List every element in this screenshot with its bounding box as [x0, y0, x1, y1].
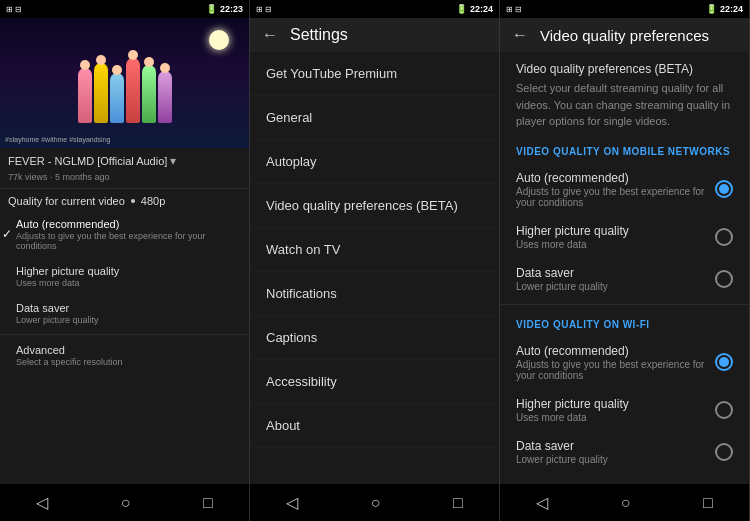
wifi-higher-title: Higher picture quality: [516, 397, 707, 411]
back-nav-icon-1[interactable]: ◁: [36, 493, 48, 512]
signal-icon-2: ⊞ ⊟: [256, 5, 272, 14]
status-time-2: 22:24: [470, 4, 493, 14]
settings-header: ← Settings: [250, 18, 499, 52]
figure-6: [158, 71, 172, 123]
video-thumbnail: #stayhome #withme #stayandsing: [0, 18, 249, 148]
quality-option-advanced[interactable]: Advanced Select a specific resolution: [0, 337, 249, 374]
dropdown-arrow[interactable]: ▾: [170, 154, 176, 168]
mobile-auto-title: Auto (recommended): [516, 171, 707, 185]
wifi-datasaver-radio[interactable]: [715, 443, 733, 461]
vqp-back-arrow[interactable]: ←: [512, 26, 528, 44]
mobile-datasaver-title: Data saver: [516, 266, 707, 280]
home-nav-icon-3[interactable]: ○: [621, 494, 631, 512]
mobile-datasaver-radio[interactable]: [715, 270, 733, 288]
quality-option-auto-title: Auto (recommended): [16, 218, 241, 230]
wifi-auto-radio[interactable]: [715, 353, 733, 371]
wifi-higher-option[interactable]: Higher picture quality Uses more data: [500, 389, 749, 431]
quality-option-auto-sub: Adjusts to give you the best experience …: [16, 231, 241, 251]
recents-nav-icon-1[interactable]: □: [203, 494, 213, 512]
nav-bar-2: ◁ ○ □: [250, 483, 499, 521]
vqp-header: ← Video quality preferences: [500, 18, 749, 52]
section-divider: [500, 304, 749, 305]
mobile-auto-radio[interactable]: [715, 180, 733, 198]
status-time-3: 22:24: [720, 4, 743, 14]
vqp-beta-section: Video quality preferences (BETA) Select …: [500, 52, 749, 136]
settings-item-general[interactable]: General: [250, 96, 499, 140]
anime-scene: [0, 18, 249, 148]
settings-back-arrow[interactable]: ←: [262, 26, 278, 44]
wifi-auto-title: Auto (recommended): [516, 344, 707, 358]
quality-option-higher-sub: Uses more data: [16, 278, 241, 288]
wifi-datasaver-text: Data saver Lower picture quality: [516, 439, 707, 465]
figure-5: [142, 65, 156, 123]
mobile-higher-radio[interactable]: [715, 228, 733, 246]
anime-figures: [78, 43, 172, 123]
mobile-higher-title: Higher picture quality: [516, 224, 707, 238]
settings-item-quality[interactable]: Video quality preferences (BETA): [250, 184, 499, 228]
nav-bar-1: ◁ ○ □: [0, 483, 249, 521]
figure-1: [78, 68, 92, 123]
quality-option-higher[interactable]: Higher picture quality Uses more data: [0, 258, 249, 295]
status-bar-left-2: ⊞ ⊟: [256, 5, 272, 14]
mobile-datasaver-text: Data saver Lower picture quality: [516, 266, 707, 292]
settings-item-autoplay[interactable]: Autoplay: [250, 140, 499, 184]
battery-icon-2: 🔋: [456, 4, 467, 14]
quality-option-auto[interactable]: ✓ Auto (recommended) Adjusts to give you…: [0, 211, 249, 258]
settings-title: Settings: [290, 26, 348, 44]
signal-icon-1: ⊞ ⊟: [6, 5, 22, 14]
mobile-higher-sub: Uses more data: [516, 239, 707, 250]
recents-nav-icon-3[interactable]: □: [703, 494, 713, 512]
panel-video-quality-prefs: ⊞ ⊟ 🔋 22:24 ← Video quality preferences …: [500, 0, 750, 521]
home-nav-icon-2[interactable]: ○: [371, 494, 381, 512]
moon-decoration: [209, 30, 229, 50]
figure-2: [94, 63, 108, 123]
panel-settings: ⊞ ⊟ 🔋 22:24 ← Settings Get YouTube Premi…: [250, 0, 500, 521]
quality-option-datasaver[interactable]: Data saver Lower picture quality: [0, 295, 249, 332]
recents-nav-icon-2[interactable]: □: [453, 494, 463, 512]
mobile-datasaver-option[interactable]: Data saver Lower picture quality: [500, 258, 749, 300]
quality-header: Quality for current video 480p: [0, 189, 249, 211]
wifi-higher-radio[interactable]: [715, 401, 733, 419]
quality-option-advanced-title: Advanced: [16, 344, 241, 356]
mobile-datasaver-sub: Lower picture quality: [516, 281, 707, 292]
wifi-higher-sub: Uses more data: [516, 412, 707, 423]
wifi-auto-sub: Adjusts to give you the best experience …: [516, 359, 707, 381]
back-nav-icon-2[interactable]: ◁: [286, 493, 298, 512]
settings-item-captions[interactable]: Captions: [250, 316, 499, 360]
home-nav-icon-1[interactable]: ○: [121, 494, 131, 512]
settings-item-notifications[interactable]: Notifications: [250, 272, 499, 316]
section-heading-mobile: VIDEO QUALITY ON MOBILE NETWORKS: [500, 136, 749, 163]
video-hashtags: #stayhome #withme #stayandsing: [5, 136, 110, 143]
mobile-higher-text: Higher picture quality Uses more data: [516, 224, 707, 250]
video-title: FEVER - NGLMD [Official Audio] ▾: [8, 154, 241, 170]
settings-item-watchtv[interactable]: Watch on TV: [250, 228, 499, 272]
status-bar-2: ⊞ ⊟ 🔋 22:24: [250, 0, 499, 18]
wifi-auto-option[interactable]: Auto (recommended) Adjusts to give you t…: [500, 336, 749, 389]
settings-item-accessibility[interactable]: Accessibility: [250, 360, 499, 404]
video-info: FEVER - NGLMD [Official Audio] ▾ 77k vie…: [0, 148, 249, 189]
quality-value: 480p: [141, 195, 165, 207]
nav-bar-3: ◁ ○ □: [500, 483, 749, 521]
quality-title: Quality for current video 480p: [8, 195, 241, 207]
mobile-higher-option[interactable]: Higher picture quality Uses more data: [500, 216, 749, 258]
video-meta: 77k views · 5 months ago: [8, 172, 241, 182]
status-bar-right-3: 🔋 22:24: [706, 4, 743, 14]
vqp-title: Video quality preferences: [540, 27, 709, 44]
quality-option-advanced-sub: Select a specific resolution: [16, 357, 241, 367]
vqp-beta-label: Video quality preferences (BETA): [516, 62, 733, 76]
status-time-1: 22:23: [220, 4, 243, 14]
mobile-auto-option[interactable]: Auto (recommended) Adjusts to give you t…: [500, 163, 749, 216]
signal-icon-3: ⊞ ⊟: [506, 5, 522, 14]
back-nav-icon-3[interactable]: ◁: [536, 493, 548, 512]
wifi-datasaver-title: Data saver: [516, 439, 707, 453]
wifi-higher-text: Higher picture quality Uses more data: [516, 397, 707, 423]
panel-video-quality: ⊞ ⊟ 🔋 22:23 #stayhome #withme #stayandsi…: [0, 0, 250, 521]
status-bar-right-2: 🔋 22:24: [456, 4, 493, 14]
settings-item-premium[interactable]: Get YouTube Premium: [250, 52, 499, 96]
settings-item-about[interactable]: About: [250, 404, 499, 448]
status-bar-left-1: ⊞ ⊟: [6, 5, 22, 14]
wifi-datasaver-sub: Lower picture quality: [516, 454, 707, 465]
status-bar-left-3: ⊞ ⊟: [506, 5, 522, 14]
wifi-auto-text: Auto (recommended) Adjusts to give you t…: [516, 344, 707, 381]
wifi-datasaver-option[interactable]: Data saver Lower picture quality: [500, 431, 749, 473]
